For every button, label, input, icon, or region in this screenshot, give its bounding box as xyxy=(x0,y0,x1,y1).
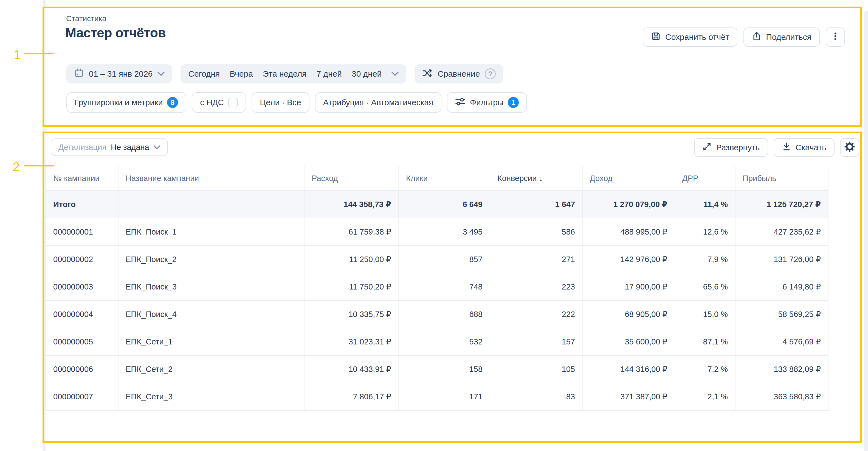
quick-range-item[interactable]: Вчера xyxy=(229,69,253,79)
gear-icon xyxy=(844,141,855,154)
goals-label: Цели · Все xyxy=(260,98,301,107)
metric-cell: 171 xyxy=(399,383,490,410)
metric-cell: 7,2 % xyxy=(675,356,736,383)
expand-button[interactable]: Развернуть xyxy=(694,138,768,157)
column-header[interactable]: Прибыль xyxy=(736,166,829,190)
metric-cell: 532 xyxy=(399,328,490,355)
filters-button[interactable]: Фильтры 1 xyxy=(447,92,527,113)
share-button[interactable]: Поделиться xyxy=(743,27,820,47)
metric-cell: 488 995,00 ₽ xyxy=(583,218,675,245)
metric-cell: 157 xyxy=(490,328,583,355)
totals-value: 1 270 079,00 ₽ xyxy=(583,191,675,218)
metric-cell: 4 576,69 ₽ xyxy=(736,328,829,355)
metric-cell: 857 xyxy=(399,246,490,273)
totals-value: 1 647 xyxy=(490,191,583,218)
metric-cell: 427 235,62 ₽ xyxy=(736,218,829,245)
table-body: 000000001ЕПК_Поиск_161 759,38 ₽3 4955864… xyxy=(45,218,829,411)
attribution-label: Атрибуция · Автоматическая xyxy=(323,98,433,107)
column-header[interactable]: Клики xyxy=(399,166,490,190)
compare-shuffle-icon xyxy=(422,69,433,79)
table-row[interactable]: 000000001ЕПК_Поиск_161 759,38 ₽3 4955864… xyxy=(45,218,829,246)
vat-label: с НДС xyxy=(200,98,224,107)
metric-cell: 586 xyxy=(490,218,583,245)
save-report-label: Сохранить отчёт xyxy=(665,32,729,42)
table-totals-row: Итого144 358,73 ₽6 6491 6471 270 079,00 … xyxy=(45,191,829,218)
totals-value: 144 358,73 ₽ xyxy=(305,191,399,218)
metric-cell: 223 xyxy=(490,273,583,300)
quick-range-item[interactable]: Эта неделя xyxy=(263,69,307,79)
help-icon[interactable]: ? xyxy=(485,68,496,79)
date-range-picker[interactable]: 01 – 31 янв 2026 xyxy=(66,64,172,84)
date-range-value: 01 – 31 янв 2026 xyxy=(89,69,153,79)
metric-cell: 6 149,80 ₽ xyxy=(736,273,829,300)
more-actions-button[interactable] xyxy=(826,27,845,47)
page-title: Мастер отчётов xyxy=(65,25,166,40)
column-header[interactable]: Доход xyxy=(583,166,675,190)
calendar-icon xyxy=(74,68,84,80)
table-row[interactable]: 000000005ЕПК_Сети_131 023,31 ₽53215735 6… xyxy=(45,328,829,356)
table-row[interactable]: 000000007ЕПК_Сети_37 806,17 ₽17183371 38… xyxy=(45,383,829,411)
save-report-button[interactable]: Сохранить отчёт xyxy=(643,27,737,47)
campaign-id-cell: 000000007 xyxy=(45,383,119,410)
metric-cell: 10 335,75 ₽ xyxy=(305,301,399,328)
column-header[interactable]: Расход xyxy=(305,166,399,190)
annotation-connector-2 xyxy=(24,165,54,166)
campaign-name-cell: ЕПК_Сети_3 xyxy=(119,383,305,410)
chevron-down-icon[interactable] xyxy=(392,72,399,76)
table-row[interactable]: 000000003ЕПК_Поиск_311 750,20 ₽74822317 … xyxy=(45,273,829,301)
campaign-id-cell: 000000006 xyxy=(45,356,119,383)
chevron-down-icon xyxy=(154,145,160,149)
download-icon xyxy=(782,142,791,153)
filters-count-badge: 1 xyxy=(508,97,519,108)
filters-sliders-icon xyxy=(455,97,466,109)
column-header[interactable]: № кампании xyxy=(45,166,119,190)
annotation-connector-1 xyxy=(24,53,54,54)
table-row[interactable]: 000000004ЕПК_Поиск_410 335,75 ₽68822268 … xyxy=(45,301,829,328)
campaign-name-cell: ЕПК_Поиск_1 xyxy=(119,218,305,245)
vat-checkbox[interactable] xyxy=(228,98,238,107)
metrics-filter-row: Группировки и метрики 8 с НДС Цели · Все… xyxy=(66,92,527,113)
metric-cell: 748 xyxy=(399,273,490,300)
page-background-edge-left xyxy=(42,0,45,451)
metric-cell: 35 600,00 ₽ xyxy=(583,328,675,355)
table-actions: Развернуть Скачать xyxy=(694,138,859,157)
campaign-name-cell: ЕПК_Сети_1 xyxy=(119,328,305,355)
table-settings-button[interactable] xyxy=(840,138,859,157)
column-header[interactable]: ДРР xyxy=(675,166,736,190)
campaign-id-cell: 000000004 xyxy=(45,301,119,328)
metric-cell: 68 905,00 ₽ xyxy=(583,301,675,328)
attribution-button[interactable]: Атрибуция · Автоматическая xyxy=(315,92,441,113)
column-header[interactable]: Название кампании xyxy=(119,166,305,190)
quick-range-item[interactable]: 30 дней xyxy=(352,69,381,79)
metric-cell: 144 316,00 ₽ xyxy=(583,356,675,383)
campaign-id-cell: 000000002 xyxy=(45,246,119,273)
table-header-row: № кампанииНазвание кампанииРасходКликиКо… xyxy=(45,166,829,191)
page-background-edge-right xyxy=(864,10,868,451)
comparison-toggle[interactable]: Сравнение ? xyxy=(414,64,503,84)
download-button[interactable]: Скачать xyxy=(774,138,835,157)
expand-icon xyxy=(702,142,712,153)
expand-label: Развернуть xyxy=(716,143,760,152)
metric-cell: 158 xyxy=(399,356,490,383)
metric-cell: 133 882,09 ₽ xyxy=(736,356,829,383)
metric-cell: 11 250,00 ₽ xyxy=(305,246,399,273)
annotation-label-1: 1 xyxy=(14,48,21,61)
vat-toggle-button[interactable]: с НДС xyxy=(192,92,246,113)
groupings-metrics-button[interactable]: Группировки и метрики 8 xyxy=(66,92,186,113)
table-row[interactable]: 000000006ЕПК_Сети_210 433,91 ₽158105144 … xyxy=(45,356,829,383)
statistics-table: № кампанииНазвание кампанииРасходКликиКо… xyxy=(45,166,829,411)
metric-cell: 142 976,00 ₽ xyxy=(583,246,675,273)
metric-cell: 3 495 xyxy=(399,218,490,245)
quick-range-item[interactable]: Сегодня xyxy=(188,69,220,79)
detailing-dropdown[interactable]: Детализация Не задана xyxy=(51,138,168,156)
chevron-down-icon xyxy=(157,72,164,76)
table-row[interactable]: 000000002ЕПК_Поиск_211 250,00 ₽857271142… xyxy=(45,246,829,273)
metric-cell: 7 806,17 ₽ xyxy=(305,383,399,410)
column-header[interactable]: Конверсии ↓ xyxy=(490,166,583,190)
goals-button[interactable]: Цели · Все xyxy=(252,92,309,113)
metric-cell: 83 xyxy=(490,383,583,410)
metric-cell: 363 580,83 ₽ xyxy=(736,383,829,410)
breadcrumb[interactable]: Статистика xyxy=(66,14,106,23)
metric-cell: 15,0 % xyxy=(675,301,736,328)
quick-range-item[interactable]: 7 дней xyxy=(316,69,342,79)
